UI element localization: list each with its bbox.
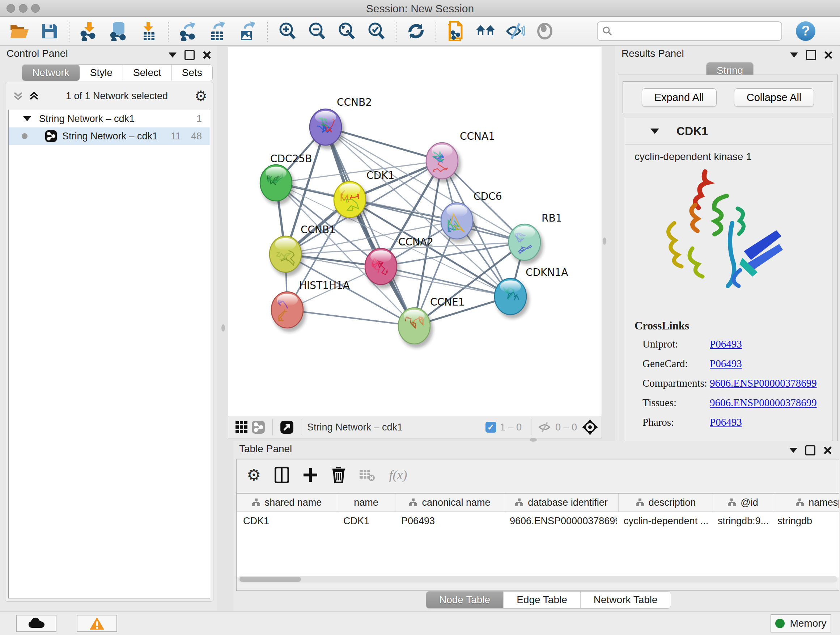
save-session-icon[interactable]: [39, 21, 59, 41]
splitter-handle[interactable]: [530, 438, 537, 442]
network-node-CDKN1A[interactable]: CDKN1A: [494, 266, 568, 318]
node-table[interactable]: shared namenamecanonical namedatabase id…: [237, 493, 839, 578]
table-horizontal-scrollbar[interactable]: [238, 576, 837, 583]
table-cell[interactable]: stringdb: [771, 512, 839, 530]
network-node-CCNA2[interactable]: CCNA2: [365, 236, 433, 288]
table-cell[interactable]: P06493: [395, 512, 503, 530]
show-columns-icon[interactable]: [275, 467, 289, 483]
string-import-icon[interactable]: [446, 21, 466, 41]
string-home-icon[interactable]: [475, 21, 496, 41]
splitter-handle[interactable]: [221, 325, 225, 332]
crosslink-link[interactable]: 9606.ENSP00000378699: [710, 377, 817, 389]
node-result-header[interactable]: CDK1: [625, 118, 832, 144]
network-edge[interactable]: [325, 127, 414, 326]
column-header-database-identifier[interactable]: database identifier: [504, 494, 619, 511]
network-node-RB1[interactable]: RB1: [508, 212, 562, 264]
network-row[interactable]: String Network – cdk1 11 48: [9, 127, 210, 145]
network-node-CCNA1[interactable]: CCNA1: [426, 130, 495, 183]
collection-expander-icon[interactable]: [23, 116, 31, 121]
network-share-icon[interactable]: [250, 417, 267, 437]
network-edge[interactable]: [350, 200, 524, 242]
export-network-icon[interactable]: [178, 21, 198, 41]
warning-status-button[interactable]: [77, 615, 117, 632]
network-node-CCNB1[interactable]: CCNB1: [270, 224, 336, 276]
float-panel-icon[interactable]: [790, 52, 798, 57]
column-header-shared-name[interactable]: shared name: [237, 494, 337, 511]
crosslink-link[interactable]: P06493: [710, 358, 742, 370]
delete-column-icon[interactable]: [332, 467, 346, 483]
close-panel-icon[interactable]: [824, 51, 833, 59]
apply-layout-icon[interactable]: [406, 21, 426, 41]
birds-eye-view-icon[interactable]: [581, 417, 600, 437]
tab-network-table[interactable]: Network Table: [581, 592, 671, 608]
network-node-CCNB2[interactable]: CCNB2: [309, 96, 372, 149]
network-collection-row[interactable]: String Network – cdk1 1: [9, 110, 210, 127]
tab-sets[interactable]: Sets: [172, 65, 212, 81]
table-cell[interactable]: CDK1: [337, 512, 395, 530]
open-session-icon[interactable]: [9, 21, 30, 41]
export-image-icon[interactable]: [237, 21, 257, 41]
enhanced-labels-icon[interactable]: [505, 21, 525, 41]
network-node-HIST1H1A[interactable]: HIST1H1A: [271, 279, 350, 332]
zoom-fit-icon[interactable]: [336, 21, 357, 41]
scrollbar-thumb[interactable]: [240, 577, 301, 582]
crosslink-link[interactable]: P06493: [710, 338, 742, 350]
table-cell[interactable]: CDK1: [237, 512, 337, 530]
cloud-status-button[interactable]: [16, 615, 57, 632]
float-panel-icon[interactable]: [789, 448, 797, 453]
import-network-database-icon[interactable]: [109, 21, 129, 41]
column-header-canonical-name[interactable]: canonical name: [395, 494, 504, 511]
column-header-namespace[interactable]: namespace: [773, 494, 839, 511]
collapse-all-button[interactable]: Collapse All: [734, 88, 814, 107]
close-panel-icon[interactable]: [823, 446, 832, 455]
crosslink-link[interactable]: P06493: [710, 416, 742, 428]
float-panel-icon[interactable]: [169, 52, 177, 57]
svg-text:CCNA2: CCNA2: [398, 236, 433, 248]
toolbar-search[interactable]: [597, 21, 782, 41]
table-row[interactable]: CDK1CDK1P064939606.ENSP00000378699cyclin…: [237, 512, 839, 530]
column-header-description[interactable]: description: [619, 494, 713, 511]
help-button[interactable]: ?: [796, 21, 815, 41]
tab-node-table[interactable]: Node Table: [426, 592, 504, 608]
grid-view-icon[interactable]: [233, 417, 250, 437]
add-column-icon[interactable]: [303, 467, 318, 483]
network-canvas[interactable]: CCNB2CCNA1CDC25BCDK1CDC6RB1CCNB1CCNA2CDK…: [228, 47, 602, 417]
column-header-name[interactable]: name: [337, 494, 395, 511]
close-panel-icon[interactable]: [202, 51, 211, 59]
crosslink-link[interactable]: 9606.ENSP00000378699: [710, 397, 817, 409]
expand-all-networks-icon[interactable]: [28, 90, 39, 101]
maximize-panel-icon[interactable]: [185, 50, 195, 60]
column-header--id[interactable]: @id: [713, 494, 773, 511]
export-table-icon[interactable]: [208, 21, 228, 41]
network-node-CCNE1[interactable]: CCNE1: [398, 296, 465, 348]
network-edge[interactable]: [287, 310, 414, 326]
tab-network[interactable]: Network: [22, 65, 80, 81]
maximize-panel-icon[interactable]: [806, 50, 816, 60]
tab-select[interactable]: Select: [123, 65, 172, 81]
search-input[interactable]: [613, 25, 766, 37]
table-options-gear-icon[interactable]: ⚙: [247, 467, 261, 483]
import-table-file-icon[interactable]: [138, 21, 158, 41]
expand-all-button[interactable]: Expand All: [642, 88, 717, 107]
memory-button[interactable]: Memory: [771, 614, 831, 632]
tab-style[interactable]: Style: [80, 65, 123, 81]
entry-expander-icon[interactable]: [651, 128, 659, 134]
hidden-eye-icon[interactable]: [537, 421, 552, 433]
export-view-icon[interactable]: [279, 417, 295, 437]
collapse-all-networks-icon[interactable]: [13, 90, 24, 101]
tab-edge-table[interactable]: Edge Table: [504, 592, 581, 608]
import-network-file-icon[interactable]: [79, 21, 99, 41]
string-network-graph[interactable]: CCNB2CCNA1CDC25BCDK1CDC6RB1CCNB1CCNA2CDK…: [228, 47, 601, 416]
splitter-handle[interactable]: [603, 238, 606, 245]
maximize-panel-icon[interactable]: [805, 445, 815, 455]
table-cell[interactable]: 9606.ENSP00000378699: [503, 512, 617, 530]
zoom-in-icon[interactable]: [277, 21, 297, 41]
network-edge[interactable]: [381, 266, 510, 296]
table-cell[interactable]: stringdb:9...: [711, 512, 771, 530]
show-structure-images-icon[interactable]: [535, 21, 555, 41]
selected-checkbox-icon[interactable]: ✓: [485, 422, 496, 432]
network-options-gear-icon[interactable]: ⚙: [194, 89, 207, 103]
table-cell[interactable]: cyclin-dependent ...: [617, 512, 711, 530]
zoom-selected-icon[interactable]: [366, 21, 386, 41]
zoom-out-icon[interactable]: [307, 21, 327, 41]
